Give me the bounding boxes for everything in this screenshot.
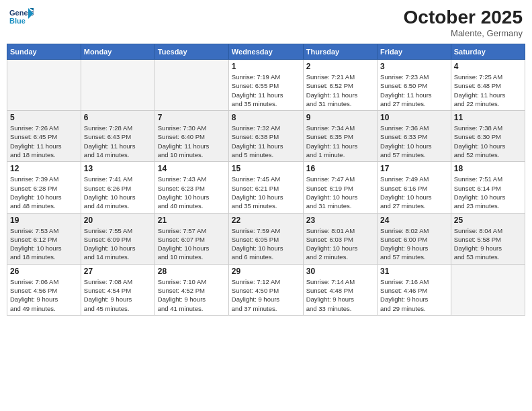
logo: General Blue [9, 7, 34, 27]
table-row: 30Sunrise: 7:14 AMSunset: 4:48 PMDayligh… [303, 264, 377, 315]
table-row [451, 264, 525, 315]
header-saturday: Saturday [451, 44, 525, 60]
day-info: Sunrise: 8:04 AMSunset: 5:58 PMDaylight:… [454, 226, 522, 262]
day-number: 13 [84, 164, 152, 173]
day-info: Sunrise: 7:23 AMSunset: 6:50 PMDaylight:… [380, 73, 448, 108]
day-number: 3 [380, 62, 448, 71]
table-row: 28Sunrise: 7:10 AMSunset: 4:52 PMDayligh… [154, 264, 228, 315]
table-row: 10Sunrise: 7:36 AMSunset: 6:33 PMDayligh… [378, 111, 451, 162]
day-number: 14 [158, 164, 226, 173]
day-number: 1 [232, 62, 300, 71]
day-number: 10 [380, 113, 448, 122]
day-number: 5 [10, 113, 78, 122]
table-row: 23Sunrise: 8:01 AMSunset: 6:03 PMDayligh… [303, 213, 377, 264]
svg-text:Blue: Blue [9, 17, 26, 25]
day-number: 21 [158, 216, 226, 225]
table-row: 17Sunrise: 7:49 AMSunset: 6:16 PMDayligh… [378, 162, 451, 213]
day-info: Sunrise: 7:28 AMSunset: 6:43 PMDaylight:… [84, 124, 152, 159]
day-info: Sunrise: 7:45 AMSunset: 6:21 PMDaylight:… [232, 175, 300, 210]
day-number: 15 [232, 164, 300, 173]
day-info: Sunrise: 7:26 AMSunset: 6:45 PMDaylight:… [10, 124, 78, 159]
calendar-week-row: 12Sunrise: 7:39 AMSunset: 6:28 PMDayligh… [7, 162, 525, 213]
day-info: Sunrise: 7:41 AMSunset: 6:26 PMDaylight:… [84, 175, 152, 210]
table-row: 12Sunrise: 7:39 AMSunset: 6:28 PMDayligh… [7, 162, 81, 213]
table-row: 11Sunrise: 7:38 AMSunset: 6:30 PMDayligh… [451, 111, 525, 162]
day-number: 30 [306, 267, 374, 276]
table-row: 8Sunrise: 7:32 AMSunset: 6:38 PMDaylight… [228, 111, 303, 162]
day-info: Sunrise: 7:06 AMSunset: 4:56 PMDaylight:… [10, 277, 78, 313]
day-info: Sunrise: 7:25 AMSunset: 6:48 PMDaylight:… [454, 73, 522, 108]
logo-icon: General Blue [9, 7, 34, 27]
day-info: Sunrise: 7:14 AMSunset: 4:48 PMDaylight:… [306, 277, 374, 313]
day-info: Sunrise: 7:49 AMSunset: 6:16 PMDaylight:… [380, 175, 448, 210]
day-number: 4 [454, 62, 522, 71]
table-row: 1Sunrise: 7:19 AMSunset: 6:55 PMDaylight… [228, 60, 303, 111]
table-row: 14Sunrise: 7:43 AMSunset: 6:23 PMDayligh… [154, 162, 228, 213]
table-row: 27Sunrise: 7:08 AMSunset: 4:54 PMDayligh… [81, 264, 154, 315]
day-number: 25 [454, 216, 522, 225]
table-row: 22Sunrise: 7:59 AMSunset: 6:05 PMDayligh… [228, 213, 303, 264]
calendar: Sunday Monday Tuesday Wednesday Thursday… [7, 44, 525, 316]
day-info: Sunrise: 8:01 AMSunset: 6:03 PMDaylight:… [306, 226, 374, 262]
table-row: 4Sunrise: 7:25 AMSunset: 6:48 PMDaylight… [451, 60, 525, 111]
table-row [81, 60, 154, 111]
header-thursday: Thursday [303, 44, 377, 60]
day-info: Sunrise: 7:30 AMSunset: 6:40 PMDaylight:… [158, 124, 226, 159]
table-row: 18Sunrise: 7:51 AMSunset: 6:14 PMDayligh… [451, 162, 525, 213]
table-row: 2Sunrise: 7:21 AMSunset: 6:52 PMDaylight… [303, 60, 377, 111]
title-section: October 2025 Malente, Germany [404, 7, 523, 38]
table-row: 19Sunrise: 7:53 AMSunset: 6:12 PMDayligh… [7, 213, 81, 264]
table-row: 15Sunrise: 7:45 AMSunset: 6:21 PMDayligh… [228, 162, 303, 213]
day-number: 23 [306, 216, 374, 225]
day-info: Sunrise: 7:39 AMSunset: 6:28 PMDaylight:… [10, 175, 78, 210]
table-row: 26Sunrise: 7:06 AMSunset: 4:56 PMDayligh… [7, 264, 81, 315]
day-number: 27 [84, 267, 152, 276]
weekday-header-row: Sunday Monday Tuesday Wednesday Thursday… [7, 44, 525, 60]
day-number: 17 [380, 164, 448, 173]
day-info: Sunrise: 7:36 AMSunset: 6:33 PMDaylight:… [380, 124, 448, 159]
day-info: Sunrise: 7:59 AMSunset: 6:05 PMDaylight:… [232, 226, 300, 262]
day-number: 28 [158, 267, 226, 276]
day-info: Sunrise: 7:34 AMSunset: 6:35 PMDaylight:… [306, 124, 374, 159]
day-info: Sunrise: 7:12 AMSunset: 4:50 PMDaylight:… [232, 277, 300, 313]
header-sunday: Sunday [7, 44, 81, 60]
day-number: 20 [84, 216, 152, 225]
table-row: 20Sunrise: 7:55 AMSunset: 6:09 PMDayligh… [81, 213, 154, 264]
day-number: 24 [380, 216, 448, 225]
day-info: Sunrise: 8:02 AMSunset: 6:00 PMDaylight:… [380, 226, 448, 262]
day-info: Sunrise: 7:10 AMSunset: 4:52 PMDaylight:… [158, 277, 226, 313]
day-number: 12 [10, 164, 78, 173]
table-row [154, 60, 228, 111]
day-info: Sunrise: 7:16 AMSunset: 4:46 PMDaylight:… [380, 277, 448, 313]
day-info: Sunrise: 7:43 AMSunset: 6:23 PMDaylight:… [158, 175, 226, 210]
table-row: 3Sunrise: 7:23 AMSunset: 6:50 PMDaylight… [378, 60, 451, 111]
header-monday: Monday [81, 44, 154, 60]
day-number: 9 [306, 113, 374, 122]
header-friday: Friday [378, 44, 451, 60]
month-title: October 2025 [404, 7, 523, 28]
table-row [7, 60, 81, 111]
table-row: 7Sunrise: 7:30 AMSunset: 6:40 PMDaylight… [154, 111, 228, 162]
table-row: 5Sunrise: 7:26 AMSunset: 6:45 PMDaylight… [7, 111, 81, 162]
calendar-week-row: 26Sunrise: 7:06 AMSunset: 4:56 PMDayligh… [7, 264, 525, 315]
table-row: 9Sunrise: 7:34 AMSunset: 6:35 PMDaylight… [303, 111, 377, 162]
table-row: 16Sunrise: 7:47 AMSunset: 6:19 PMDayligh… [303, 162, 377, 213]
day-number: 8 [232, 113, 300, 122]
calendar-week-row: 1Sunrise: 7:19 AMSunset: 6:55 PMDaylight… [7, 60, 525, 111]
location: Malente, Germany [404, 28, 523, 38]
day-info: Sunrise: 7:57 AMSunset: 6:07 PMDaylight:… [158, 226, 226, 262]
table-row: 24Sunrise: 8:02 AMSunset: 6:00 PMDayligh… [378, 213, 451, 264]
calendar-week-row: 5Sunrise: 7:26 AMSunset: 6:45 PMDaylight… [7, 111, 525, 162]
day-info: Sunrise: 7:55 AMSunset: 6:09 PMDaylight:… [84, 226, 152, 262]
day-info: Sunrise: 7:19 AMSunset: 6:55 PMDaylight:… [232, 73, 300, 108]
day-number: 11 [454, 113, 522, 122]
header-tuesday: Tuesday [154, 44, 228, 60]
day-info: Sunrise: 7:51 AMSunset: 6:14 PMDaylight:… [454, 175, 522, 210]
day-number: 16 [306, 164, 374, 173]
day-info: Sunrise: 7:21 AMSunset: 6:52 PMDaylight:… [306, 73, 374, 108]
table-row: 6Sunrise: 7:28 AMSunset: 6:43 PMDaylight… [81, 111, 154, 162]
table-row: 21Sunrise: 7:57 AMSunset: 6:07 PMDayligh… [154, 213, 228, 264]
day-info: Sunrise: 7:08 AMSunset: 4:54 PMDaylight:… [84, 277, 152, 313]
header-wednesday: Wednesday [228, 44, 303, 60]
page: General Blue October 2025 Malente, Germa… [0, 0, 532, 411]
